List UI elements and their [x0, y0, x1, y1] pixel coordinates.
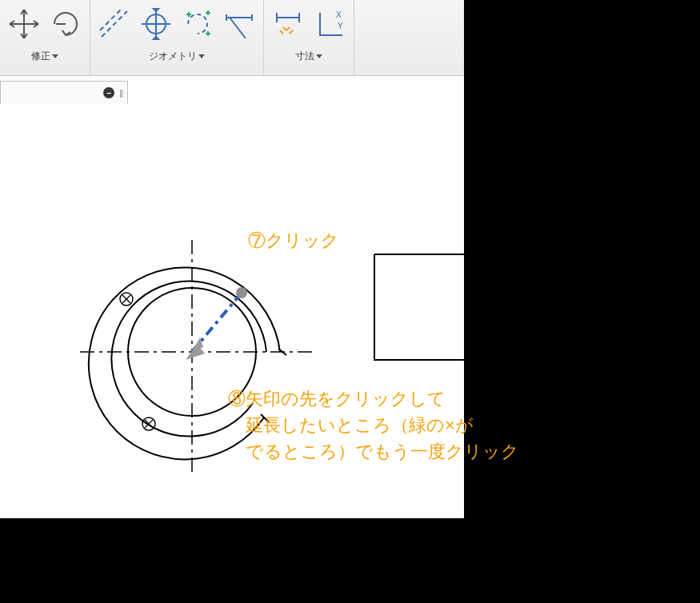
- annotation-text: 延長したいところ（緑の×が: [228, 415, 474, 435]
- circle-quad-icon: [138, 6, 174, 45]
- annotation-step-8: ⑧矢印の先をクリックして 延長したいところ（緑の×が でるところ）でもう一度クリ…: [228, 385, 519, 465]
- tangent-icon: [222, 6, 257, 45]
- line-icon: [97, 6, 132, 45]
- mask-bottom: [0, 518, 464, 603]
- ribbon-group-dimension: X Y 寸法: [264, 0, 354, 75]
- tool-move[interactable]: [5, 3, 43, 48]
- dropdown-icon: [316, 54, 322, 58]
- annotation-text: ⑦クリック: [248, 230, 339, 250]
- ribbon: 修正: [0, 0, 464, 76]
- tool-circle-pts[interactable]: [178, 3, 217, 48]
- ribbon-group-geometry: ジオメトリ: [90, 0, 264, 75]
- move-icon: [6, 6, 42, 45]
- rotate-icon: [48, 6, 83, 45]
- svg-text:X: X: [336, 10, 342, 19]
- ribbon-group-modify: 修正: [0, 0, 90, 75]
- ribbon-group-label[interactable]: 修正: [31, 48, 58, 63]
- ribbon-label-text: 寸法: [295, 50, 314, 63]
- mask-right: [464, 0, 700, 603]
- dimension-icon: [270, 6, 306, 45]
- app-area: 修正: [0, 0, 464, 603]
- ribbon-label-text: 修正: [31, 50, 50, 63]
- tool-line[interactable]: [95, 3, 134, 48]
- annotation-text: でるところ）でもう一度クリック: [228, 441, 519, 461]
- ribbon-group-label[interactable]: ジオメトリ: [149, 48, 205, 63]
- tool-rotate[interactable]: [46, 3, 85, 48]
- ordinate-icon: X Y: [312, 6, 347, 45]
- breadcrumb-bar[interactable]: – ||: [0, 81, 128, 105]
- circle-pts-icon: [180, 6, 215, 45]
- annotation-text: ⑧矢印の先をクリックして: [228, 389, 446, 409]
- annotation-step-7: ⑦クリック: [248, 227, 339, 254]
- tool-dim-general[interactable]: [269, 3, 307, 48]
- tool-tangent[interactable]: [220, 3, 258, 48]
- svg-text:Y: Y: [338, 22, 343, 30]
- handle-icon: ||: [119, 88, 122, 98]
- svg-point-11: [236, 287, 247, 298]
- tool-circle-quad[interactable]: [137, 3, 175, 48]
- minus-icon: –: [103, 87, 114, 98]
- dropdown-icon: [198, 54, 205, 58]
- tool-dim-ordinate[interactable]: X Y: [310, 3, 349, 48]
- ribbon-group-label[interactable]: 寸法: [295, 48, 322, 63]
- dropdown-icon: [52, 54, 58, 58]
- ribbon-label-text: ジオメトリ: [149, 50, 197, 63]
